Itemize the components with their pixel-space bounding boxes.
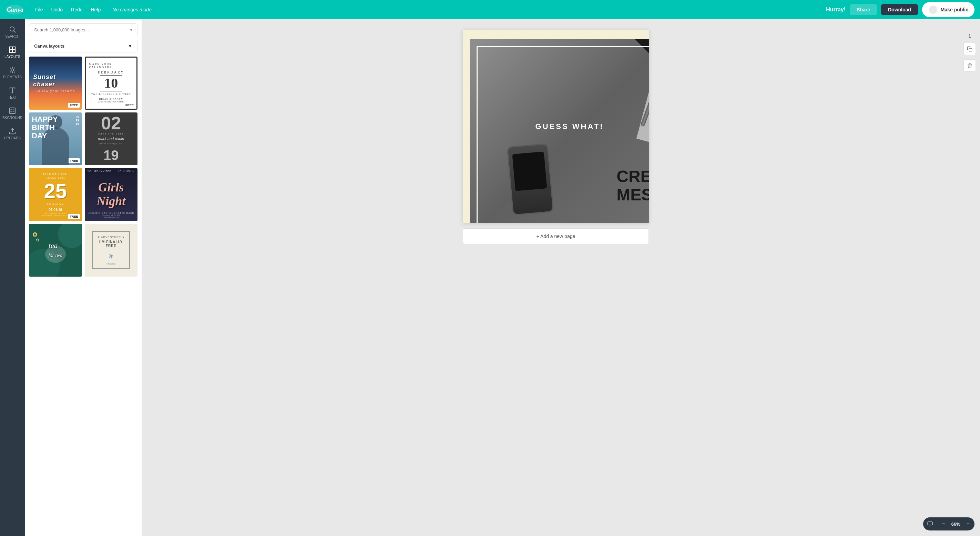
nav-help[interactable]: Help (88, 5, 104, 14)
template-save-date[interactable]: 02 save the date mark and paulo palm spr… (85, 112, 138, 166)
canvas-right-controls: 1 (964, 33, 976, 72)
nav-file[interactable]: File (32, 5, 46, 14)
sidebar-item-elements[interactable]: ELEMENTS (2, 63, 24, 82)
svg-rect-4 (10, 47, 12, 49)
sidebar-item-background[interactable]: BKGROUND (2, 104, 24, 123)
nav-redo[interactable]: Redo (68, 5, 86, 14)
nav-undo[interactable]: Undo (48, 5, 66, 14)
copy-page-button[interactable] (964, 43, 976, 55)
template-tea[interactable]: teafor two ✿ ✿ (29, 224, 82, 277)
free-badge: FREE (68, 103, 80, 108)
free-badge: FREE (68, 214, 80, 219)
search-input[interactable] (29, 24, 137, 36)
canvas-area: GUESS WHAT! CREAT MES + Add a new page 1 (142, 19, 980, 536)
phone-decoration (507, 143, 554, 215)
header-nav: File Undo Redo Help (32, 5, 104, 14)
sidebar-item-text[interactable]: TEXT (2, 83, 24, 102)
svg-rect-9 (10, 108, 16, 114)
zoom-level: 66% (950, 522, 962, 527)
sidebar-item-search[interactable]: SEARCH (2, 22, 24, 41)
dropdown-arrow-icon: ▼ (128, 43, 132, 49)
svg-rect-5 (13, 47, 15, 49)
icon-sidebar: SEARCH LAYOUTS ELEMENTS TEXT (0, 19, 25, 536)
template-girls-night[interactable]: YOU'RE INVITED JOIN US! → GirlsNight LES… (85, 168, 138, 221)
template-birthday[interactable]: HAPPYBIRTHDAY 092919 FREE (29, 112, 82, 166)
hurray-text: Hurray! (826, 6, 846, 13)
canvas-wrapper: GUESS WHAT! CREAT MES + Add a new page (463, 30, 649, 244)
templates-grid: Sunset chaser Follow your dreams FREE MA… (29, 57, 137, 277)
free-badge: FREE (124, 103, 135, 108)
free-badge: FREE (68, 158, 80, 163)
avatar (928, 5, 938, 14)
template-sunset-chaser[interactable]: Sunset chaser Follow your dreams FREE (29, 57, 82, 110)
share-button[interactable]: Share (850, 4, 877, 15)
design-canvas[interactable]: GUESS WHAT! CREAT MES (463, 30, 649, 223)
main-area: SEARCH LAYOUTS ELEMENTS TEXT (0, 19, 980, 536)
canvas-main-text[interactable]: GUESS WHAT! (536, 122, 604, 131)
canvas-image: GUESS WHAT! CREAT MES (470, 39, 649, 223)
template-finally-free[interactable]: ★ ADVENTURE ★ I'M FINALLY FREE ✈ FIESTA! (85, 224, 138, 277)
layouts-panel: ▼ Canva layouts ▼ Sunset chaser Follow y… (25, 19, 142, 536)
zoom-out-button[interactable]: − (937, 517, 950, 531)
svg-point-8 (11, 69, 13, 71)
template-25[interactable]: TIERRA HIGH CLASS 1991 25 REUNION 07.01.… (29, 168, 82, 221)
template-february[interactable]: MARK YOUR CALENDARS FEBRUARY 10 TWO THOU… (85, 57, 138, 110)
page-number: 1 (968, 33, 971, 38)
search-bar: ▼ (29, 24, 137, 36)
svg-rect-6 (10, 50, 12, 53)
sidebar-item-layouts[interactable]: LAYOUTS (2, 42, 24, 61)
save-status: No changes made (112, 7, 152, 13)
fullscreen-button[interactable] (923, 518, 937, 530)
sidebar-item-uploads[interactable]: UPLOADS (2, 124, 24, 143)
layout-dropdown[interactable]: Canva layouts ▼ (29, 40, 137, 53)
svg-rect-7 (13, 50, 15, 53)
svg-rect-14 (928, 522, 932, 525)
add-page-button[interactable]: + Add a new page (463, 228, 649, 244)
svg-rect-13 (969, 48, 972, 51)
delete-page-button[interactable] (964, 59, 976, 72)
svg-text:Canva: Canva (7, 6, 24, 13)
header-right: Hurray! Share Download Make public (826, 2, 975, 17)
canvas-right-text: CREAT MES (616, 168, 649, 204)
corner-decoration (635, 39, 649, 74)
header: Canva File Undo Redo Help No changes mad… (0, 0, 980, 19)
search-dropdown-arrow: ▼ (129, 27, 134, 32)
svg-line-3 (14, 31, 16, 32)
zoom-bar: − 66% + (923, 517, 975, 531)
download-button[interactable]: Download (881, 4, 918, 15)
canva-logo[interactable]: Canva (5, 5, 24, 14)
zoom-in-button[interactable]: + (962, 517, 975, 531)
svg-point-2 (10, 27, 14, 31)
make-public-button[interactable]: Make public (922, 2, 975, 17)
